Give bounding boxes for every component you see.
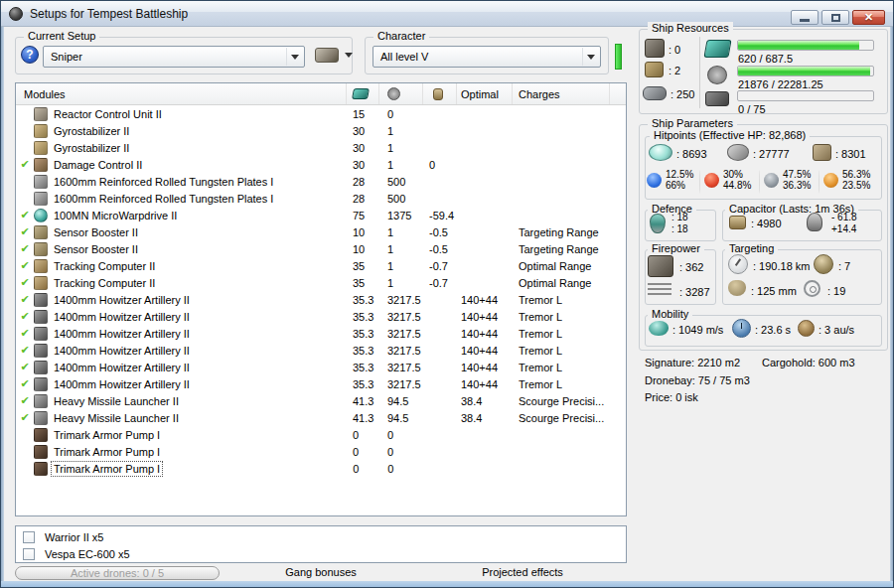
module-row[interactable]: ✔ 1400mm Howitzer Artillery II 35.3 3217… — [16, 291, 626, 308]
drone-row[interactable]: Vespa EC-600 x5 — [16, 545, 626, 562]
module-charge: Tremor L — [512, 328, 609, 340]
module-cpu: 35 — [346, 277, 378, 289]
column-modules[interactable]: Modules — [16, 83, 347, 104]
powergrid-bar — [737, 66, 874, 76]
setup-select[interactable]: Sniper — [43, 46, 305, 68]
thermal-resist: 30%44.8% — [704, 169, 751, 191]
maximize-button[interactable] — [821, 10, 849, 25]
chevron-down-icon — [587, 55, 595, 60]
close-button[interactable]: ✕ — [852, 10, 885, 25]
column-capacitor[interactable] — [423, 83, 457, 104]
module-row[interactable]: ✔ Tracking Computer II 35 1 -0.7 Optimal… — [16, 257, 626, 274]
module-row[interactable]: 1600mm Reinforced Rolled Tungsten Plates… — [16, 173, 626, 190]
column-charges[interactable]: Charges — [513, 83, 610, 104]
targeting-range-icon — [728, 254, 748, 274]
warp-speed-icon — [798, 320, 815, 337]
module-icon — [34, 242, 48, 256]
module-cpu: 30 — [346, 142, 378, 154]
projected-effects-label: Projected effects — [443, 566, 602, 578]
module-row[interactable]: Reactor Control Unit II 15 0 — [16, 105, 626, 122]
column-optimal[interactable]: Optimal — [457, 83, 513, 104]
drone-checkbox[interactable] — [23, 531, 35, 543]
module-row[interactable]: ✔ Sensor Booster II 10 1 -0.5 Targeting … — [16, 240, 626, 257]
shield-hp-value: : 8693 — [676, 148, 707, 160]
app-icon — [9, 7, 23, 21]
module-cpu: 30 — [346, 159, 378, 171]
drone-bandwidth-icon — [705, 91, 729, 106]
character-select-arrow[interactable] — [582, 48, 599, 66]
module-row[interactable]: ✔ Tracking Computer II 35 1 -0.7 Optimal… — [16, 274, 626, 291]
cpu-value: 620 / 687.5 — [738, 53, 793, 65]
module-row[interactable]: Gyrostabilizer II 30 1 — [16, 122, 626, 139]
module-row[interactable]: Trimark Armor Pump I 0 0 — [16, 460, 626, 477]
modules-header[interactable]: Modules Optimal Charges — [16, 83, 626, 105]
module-name: Heavy Missile Launcher II — [52, 411, 346, 425]
module-icon — [34, 225, 48, 239]
module-row[interactable]: ✔ 100MN MicroWarpdrive II 75 1375 -59.4 — [16, 207, 626, 223]
character-select[interactable]: All level V — [372, 46, 601, 68]
module-icon — [34, 259, 48, 273]
capacitor-battery-icon — [729, 216, 746, 229]
kinetic-resist-icon — [764, 173, 779, 188]
align-time-icon — [732, 319, 751, 338]
module-charge: Scourge Precisi... — [512, 412, 609, 424]
column-powergrid[interactable] — [379, 83, 423, 104]
module-row[interactable]: ✔ Sensor Booster II 10 1 -0.5 Targeting … — [16, 223, 626, 240]
column-cpu[interactable] — [347, 83, 379, 104]
module-cap-use: -0.7 — [422, 260, 456, 272]
setup-select-arrow[interactable] — [286, 48, 303, 66]
module-icon — [34, 310, 48, 324]
module-icon — [34, 107, 48, 121]
module-optimal: 140+44 — [456, 345, 512, 357]
launcher-hardpoints-icon — [645, 62, 664, 77]
module-cpu: 41.3 — [346, 395, 378, 407]
module-powergrid: 0 — [378, 429, 422, 441]
capacitor-icon — [433, 88, 443, 100]
module-cap-use: -59.4 — [422, 210, 456, 221]
fitted-check-icon: ✔ — [16, 223, 34, 240]
targeting-title: Targeting — [725, 242, 778, 254]
help-icon[interactable]: ? — [21, 46, 39, 64]
module-row[interactable]: 1600mm Reinforced Rolled Tungsten Plates… — [16, 190, 626, 207]
module-row[interactable]: ✔ 1400mm Howitzer Artillery II 35.3 3217… — [16, 375, 626, 392]
resources-divider — [699, 37, 700, 108]
module-row[interactable]: ✔ 1400mm Howitzer Artillery II 35.3 3217… — [16, 359, 626, 375]
module-powergrid: 94.5 — [378, 395, 422, 407]
fitted-check-icon: ✔ — [16, 359, 34, 375]
module-row[interactable]: Trimark Armor Pump I 0 0 — [16, 443, 626, 460]
module-row[interactable]: ✔ 1400mm Howitzer Artillery II 35.3 3217… — [16, 342, 626, 359]
drone-row[interactable]: Warrior II x5 — [16, 528, 626, 545]
module-row[interactable]: ✔ Heavy Missile Launcher II 41.3 94.5 38… — [16, 409, 626, 426]
module-name: Trimark Armor Pump I — [52, 428, 346, 442]
module-cap-use: -0.5 — [422, 226, 456, 238]
module-row[interactable]: ✔ Heavy Missile Launcher II 41.3 94.5 38… — [16, 392, 626, 409]
ship-menu-button[interactable] — [315, 48, 353, 63]
title-bar[interactable]: Setups for Tempest Battleship ✕ — [1, 1, 893, 27]
drone-checkbox[interactable] — [23, 548, 35, 560]
module-row[interactable]: Trimark Armor Pump I 0 0 — [16, 426, 626, 443]
module-name: Heavy Missile Launcher II — [52, 394, 346, 408]
max-velocity-value: : 1049 m/s — [672, 324, 723, 336]
module-row[interactable]: ✔ 1400mm Howitzer Artillery II 35.3 3217… — [16, 308, 626, 325]
dronebay-value: Dronebay: 75 / 75 m3 — [645, 374, 750, 386]
thermal-resist-icon — [704, 173, 719, 188]
module-cpu: 35.3 — [346, 378, 378, 390]
cargohold-value: Cargohold: 600 m3 — [762, 357, 855, 368]
active-drones-button[interactable]: Active drones: 0 / 5 — [15, 566, 220, 580]
module-row[interactable]: ✔ Damage Control II 30 1 0 — [16, 156, 626, 173]
module-icon — [34, 411, 48, 425]
capacitor-in-value: +14.4 — [831, 223, 856, 234]
module-row[interactable]: ✔ 1400mm Howitzer Artillery II 35.3 3217… — [16, 325, 626, 342]
max-targets-value: : 7 — [838, 260, 850, 272]
module-name: 1400mm Howitzer Artillery II — [52, 344, 346, 358]
em-resist: 12.5%66% — [647, 169, 693, 191]
minimize-button[interactable] — [791, 10, 819, 25]
module-row[interactable]: Gyrostabilizer II 30 1 — [16, 139, 626, 156]
price-value: Price: 0 isk — [645, 391, 698, 403]
module-name: 1400mm Howitzer Artillery II — [52, 293, 346, 307]
cpu-icon — [352, 88, 370, 99]
chevron-down-icon — [291, 55, 299, 60]
fitted-check-icon: ✔ — [16, 392, 34, 409]
shield-hp-icon — [649, 144, 672, 161]
modules-rows: Reactor Control Unit II 15 0 Gyrostabili… — [16, 105, 626, 477]
